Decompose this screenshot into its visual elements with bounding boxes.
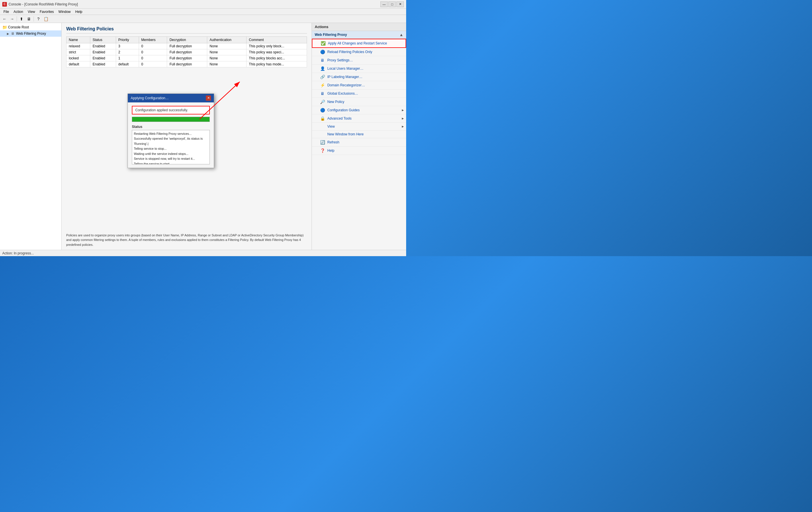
right-panel: Actions Web Filtering Proxy ▲ ✅Apply All… — [312, 23, 406, 250]
col-members: Members — [139, 37, 167, 43]
window-title: Console - [Console Root\Web Filtering Pr… — [8, 2, 78, 6]
content-area: Web Filtering Policies Name Status Prior… — [62, 23, 312, 250]
log-line: Restarting Web Filtering Proxy services.… — [134, 131, 208, 137]
action-item[interactable]: ⚡Domain Recategorizer… — [312, 81, 406, 89]
table-cell: 0 — [139, 43, 167, 49]
close-button[interactable]: ✕ — [397, 1, 404, 7]
action-icon: 🔵 — [320, 50, 325, 54]
action-label: Reload Filtering Policies Only — [327, 50, 372, 54]
action-item[interactable]: ✅Apply All Changes and Restart Service — [312, 39, 406, 48]
action-label: IP Labeling Manager… — [327, 75, 362, 79]
action-item[interactable]: 🔒Advanced Tools — [312, 114, 406, 123]
table-cell: Enabled — [90, 43, 116, 49]
log-line: Telling the service to start... — [134, 161, 208, 164]
status-log: Restarting Web Filtering Proxy services.… — [132, 130, 210, 164]
menu-file[interactable]: File — [1, 8, 11, 15]
action-item[interactable]: 🔵Configuration Guides — [312, 106, 406, 114]
table-cell: Enabled — [90, 61, 116, 68]
table-cell: 2 — [116, 49, 139, 55]
console-root-label: Console Root — [8, 25, 29, 29]
table-cell: strict — [66, 49, 90, 55]
description-text: Policies are used to organize proxy user… — [66, 233, 307, 247]
col-auth: Authentication — [207, 37, 246, 43]
action-item[interactable]: New Window from Here — [312, 131, 406, 138]
dialog-title: Applying Configuration… — [131, 96, 169, 100]
col-name: Name — [66, 37, 90, 43]
table-row[interactable]: strictEnabled20Full decryptionNoneThis p… — [66, 49, 307, 55]
section-collapse-icon[interactable]: ▲ — [399, 32, 403, 37]
action-item[interactable]: 🔎New Policy — [312, 98, 406, 106]
action-icon: 🔗 — [320, 75, 325, 79]
action-item[interactable]: 👤Local Users Manager… — [312, 64, 406, 73]
col-priority: Priority — [116, 37, 139, 43]
forward-button[interactable]: → — [8, 16, 16, 22]
progress-bar-container — [132, 117, 210, 122]
action-label: Global Exclusions… — [327, 91, 358, 96]
table-cell: Full decryption — [167, 55, 207, 61]
action-item[interactable]: 🔗IP Labeling Manager… — [312, 73, 406, 81]
menu-bar: File Action View Favorites Window Help — [0, 8, 406, 15]
applying-config-dialog: Applying Configuration… ✕ Configuration … — [127, 93, 214, 168]
table-cell: Enabled — [90, 49, 116, 55]
table-cell: This policy only block... — [246, 43, 307, 49]
back-button[interactable]: ← — [1, 16, 8, 22]
properties-button[interactable]: 📋 — [42, 16, 49, 22]
action-icon: 🔎 — [320, 100, 325, 104]
menu-favorites[interactable]: Favorites — [37, 8, 56, 15]
action-item[interactable]: 🖥Proxy Settings… — [312, 56, 406, 64]
menu-help[interactable]: Help — [73, 8, 85, 15]
title-bar: C Console - [Console Root\Web Filtering … — [0, 0, 406, 8]
dialog-title-bar: Applying Configuration… ✕ — [128, 94, 214, 102]
col-comment: Comment — [246, 37, 307, 43]
action-item[interactable]: 🔄Refresh — [312, 138, 406, 146]
status-label: Status — [132, 125, 210, 129]
action-label: Advanced Tools — [327, 116, 352, 120]
log-line: Waiting until the service indeed stops..… — [134, 152, 208, 157]
table-row[interactable]: defaultEnableddefault0Full decryptionNon… — [66, 61, 307, 68]
action-item[interactable]: 🖥Global Exclusions… — [312, 89, 406, 98]
action-label: Help — [327, 149, 335, 153]
menu-view[interactable]: View — [26, 8, 37, 15]
action-label: View — [327, 125, 335, 129]
dialog-close-button[interactable]: ✕ — [206, 96, 211, 101]
table-row[interactable]: lockedEnabled10Full decryptionNoneThis p… — [66, 55, 307, 61]
config-status-text: Configuration applied successfully. — [135, 108, 188, 112]
action-icon: 🔄 — [320, 140, 325, 144]
log-line: Successfully opened the 'webproxyd', its… — [134, 136, 208, 146]
app-icon: C — [2, 2, 7, 7]
help-button[interactable]: ? — [35, 16, 42, 22]
table-cell: Enabled — [90, 55, 116, 61]
table-cell: Full decryption — [167, 49, 207, 55]
window-controls: — □ ✕ — [380, 1, 404, 7]
dialog-body: Configuration applied successfully. Stat… — [128, 102, 214, 168]
up-button[interactable]: ⬆ — [18, 16, 25, 22]
table-cell: default — [116, 61, 139, 68]
action-icon: 👤 — [320, 66, 325, 71]
action-item[interactable]: ❓Help — [312, 146, 406, 155]
expand-arrow-icon[interactable]: ▶ — [7, 32, 9, 35]
maximize-button[interactable]: □ — [388, 1, 396, 7]
col-decryption: Decryption — [167, 37, 207, 43]
actions-list: ✅Apply All Changes and Restart Service🔵R… — [312, 39, 406, 250]
table-cell: 0 — [139, 61, 167, 68]
minimize-button[interactable]: — — [380, 1, 388, 7]
toolbar: ← → ⬆ 🖥 ? 📋 — [0, 15, 406, 23]
action-item[interactable]: View — [312, 123, 406, 131]
action-label: Local Users Manager… — [327, 66, 364, 71]
actions-section-header: Web Filtering Proxy ▲ — [312, 31, 406, 39]
log-line: Service is stopped now, will try to rest… — [134, 156, 208, 161]
tree-item-web-filtering[interactable]: ▶ 🖥 Web Filtering Proxy — [0, 30, 61, 37]
progress-bar — [132, 117, 209, 122]
menu-window[interactable]: Window — [56, 8, 73, 15]
toolbar-divider-1 — [17, 16, 17, 22]
action-icon: ❓ — [320, 148, 325, 153]
menu-action[interactable]: Action — [11, 8, 25, 15]
action-icon: 🖥 — [320, 58, 325, 62]
table-cell: None — [207, 55, 246, 61]
tree-item-console-root[interactable]: 📁 Console Root — [0, 24, 61, 30]
action-label: Configuration Guides — [327, 108, 360, 112]
show-hide-button[interactable]: 🖥 — [26, 16, 32, 22]
table-cell: 1 — [116, 55, 139, 61]
action-item[interactable]: 🔵Reload Filtering Policies Only — [312, 48, 406, 56]
table-row[interactable]: relaxedEnabled30Full decryptionNoneThis … — [66, 43, 307, 49]
